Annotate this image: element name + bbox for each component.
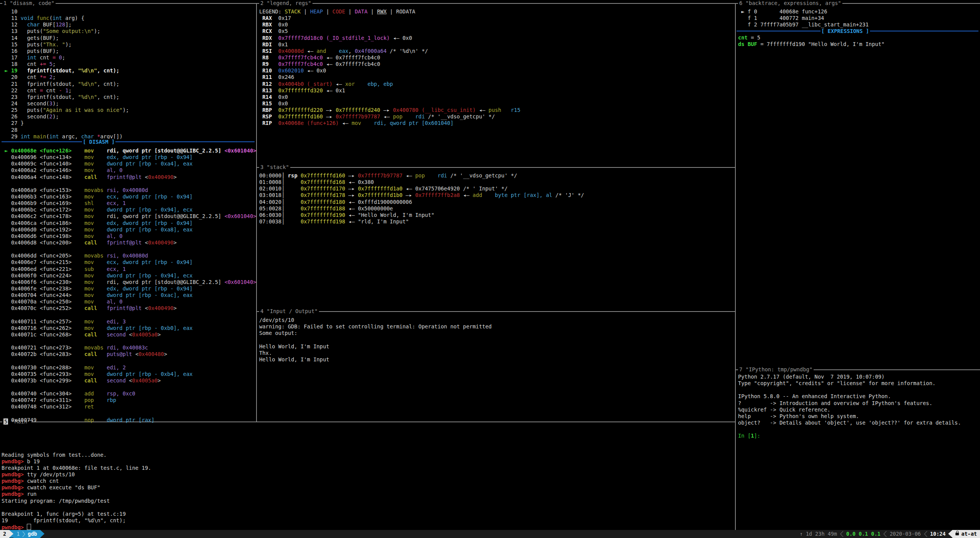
pane-backtrace[interactable]: ► f 0 40068e func+126 f 1 400772 main+34… [738,8,869,28]
text-segment: RSP [259,113,278,120]
text-segment: 0x4006ed <func+221> [2,266,84,272]
text-segment [94,226,107,233]
text-segment: pwndbg> [2,458,27,464]
terminal-line: 00:0000│ rsp 0x7fffffffd160 —▸ 0x7ffff7b… [259,172,584,179]
text-segment: cnt [43,87,59,93]
pane-expressions[interactable]: cnt = 5ds BUF = 7fffffffd190 "Hello Worl… [738,34,885,48]
text-segment [326,48,339,54]
text-segment: = [53,54,56,61]
text-segment: 0x246 [278,74,294,80]
window-tab-gdb[interactable]: 1 gdb [13,530,40,538]
text-segment [94,318,107,325]
text-segment: call [84,351,97,357]
text-segment [97,174,107,180]
text-segment: RAX [259,15,278,21]
text-segment: 0x7ffff7b97787 [335,113,380,120]
text-segment: movabs [84,253,104,259]
text-segment: ◂— [339,120,352,126]
text-segment: > [174,239,177,246]
text-segment: RWX [377,8,386,15]
text-segment: 0x0 [278,94,288,100]
text-segment: Python 2.7.17 (default, Nov 7 2019, 10:0… [738,374,885,380]
text-segment [97,351,107,357]
text-segment: func [36,15,49,21]
text-segment [501,107,511,113]
text-segment: cnt [36,54,53,61]
status-left: 2 1 gdb [0,530,44,538]
text-segment: 24 second( [2,100,49,107]
text-segment: Hello World, I'm Input [259,356,329,362]
terminal-line: 0x4006e7 <func+215> mov ecx, dword ptr [… [2,259,257,266]
text-segment: 0x40068e <func+126> [11,148,72,154]
text-segment: 5 [49,61,53,67]
text-segment: fprintf@plt [107,174,141,180]
text-segment [104,253,107,259]
text-segment: ); [94,28,100,34]
text-segment: b 19 [27,458,39,464]
terminal-line: cnt = 5 [738,34,885,41]
text-segment: /* '__vdso_getcpu' */ [425,113,495,120]
text-segment [425,172,437,179]
text-segment [97,377,107,384]
text-segment: dword ptr [rbp - 0xb0], eax [107,325,192,331]
text-segment: dword ptr [rax] [107,417,155,423]
text-segment: mov [84,220,94,226]
pane-ipython[interactable]: Python 2.7.17 (default, Nov 7 2019, 10:0… [738,374,961,439]
text-segment: object? -> Details about 'object', use '… [738,420,961,426]
text-segment: *= [40,74,46,80]
text-segment: add [84,390,94,397]
terminal-line: ► 19 fprintf(stdout, "%d\n", cnt); [2,67,129,74]
text-segment: RCX [259,28,278,34]
text-segment: mov [84,272,94,279]
text-segment: movabs [84,344,104,351]
text-segment: , cnt); [97,94,119,100]
text-segment: 0x7fffffffd220 [278,107,323,113]
clock: 10:24 [927,530,949,538]
text-segment: mov [84,371,94,377]
text-segment: R9 [259,61,278,67]
text-segment: ◂— 0x7475706e4920 /* ' Input' */ [403,185,508,192]
text-segment: 0x1 [278,41,288,48]
text-segment: 0x400748 <func+312> [2,404,84,410]
pane-input-output[interactable]: /dev/pts/10warning: GDB: Failed to set c… [259,317,492,363]
terminal-cursor [27,524,31,530]
terminal-line: 0x400711 <func+257> mov edi, 3 [2,318,257,325]
io-border-line[interactable] [256,311,735,312]
text-segment: 0x400490 [148,174,173,180]
text-segment [97,331,107,338]
text-segment: 0x4005a0 [132,377,158,384]
vertical-border-right[interactable] [735,3,736,530]
pane-stack[interactable]: 00:0000│ rsp 0x7fffffffd160 —▸ 0x7ffff7b… [259,172,584,225]
pane-registers[interactable]: LEGEND: STACK | HEAP | CODE | DATA | RWX… [259,8,520,127]
text-segment [94,417,107,423]
text-segment: 0x40080d [278,48,304,54]
pane-main-gdb[interactable]: Reading symbols from test...done.pwndbg>… [2,425,151,530]
pane-source-code[interactable]: 10 11 void func(int arg) { 12 char BUF[1… [2,8,129,140]
text-segment: mov [84,207,94,213]
text-segment: /* '__vdso_getcpu' */ [447,172,517,179]
text-segment: fprintf@plt [107,305,141,311]
text-segment [46,74,49,80]
text-segment: mov [84,318,94,325]
text-segment: 0x40069c <func+140> [2,161,84,167]
terminal-line: 0x4006ca <func+186> mov edx, dword ptr [… [2,220,257,226]
terminal-line [2,438,151,445]
text-segment: STACK [284,8,301,15]
stack-border-line[interactable] [256,167,735,168]
text-segment: ds BUF [738,41,757,47]
text-segment: Some output: [259,330,298,336]
pane-disassembly[interactable]: ► 0x40068e <func+126> mov rdi, qword ptr… [2,148,257,423]
text-segment: call [84,239,97,246]
terminal-line: 0x400747 <func+311> pop rbp [2,397,257,404]
terminal-line: pwndbg> run [2,491,151,497]
terminal-line: ? -> Introduction and overview of IPytho… [738,400,961,407]
text-segment: rdi [415,113,425,120]
text-segment: cwatch execute "ds BUF" [27,484,100,490]
text-segment: 0x7ffff7fcb4c0 [278,54,323,61]
text-segment: 0x4f000a64 [355,48,386,54]
terminal-line: 0x400730 <func+288> mov edi, 2 [2,364,257,371]
terminal-line: warning: GDB: Failed to set controlling … [259,323,492,330]
tmux-screen: 1 "disasm, code" 2 "legend, regs" 6 "bac… [0,0,980,538]
text-segment: 0x17 [278,15,291,21]
session-indicator[interactable]: 2 [0,530,9,538]
